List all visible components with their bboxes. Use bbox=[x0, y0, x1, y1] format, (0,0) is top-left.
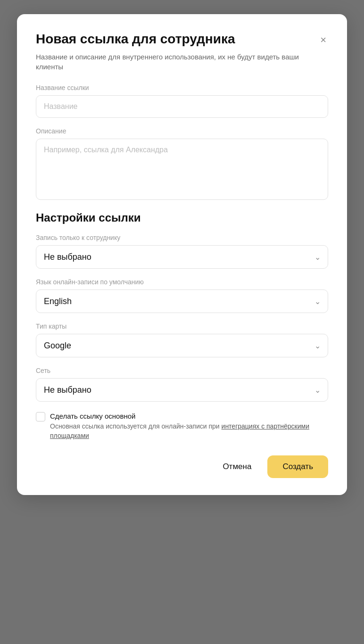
language-field-group: Язык онлайн-записи по умолчанию English … bbox=[36, 278, 328, 313]
settings-section-title: Настройки ссылки bbox=[36, 211, 328, 224]
modal-dialog: Новая ссылка для сотрудника × Название и… bbox=[17, 14, 347, 495]
modal-footer: Отмена Создать bbox=[36, 455, 328, 478]
map-label: Тип карты bbox=[36, 322, 328, 330]
employee-select-wrapper: Не выбрано ⌄ bbox=[36, 245, 328, 269]
modal-title: Новая ссылка для сотрудника bbox=[36, 31, 311, 47]
make-primary-checkbox[interactable] bbox=[36, 412, 45, 421]
language-select-wrapper: English Русский ⌄ bbox=[36, 289, 328, 313]
map-select[interactable]: Google Яндекс bbox=[36, 334, 328, 357]
checkbox-description: Основная ссылка используется для онлайн-… bbox=[50, 422, 328, 440]
name-input[interactable] bbox=[36, 95, 328, 118]
make-primary-group: Сделать ссылку основной Основная ссылка … bbox=[36, 411, 328, 440]
network-select-wrapper: Не выбрано ⌄ bbox=[36, 378, 328, 402]
network-select[interactable]: Не выбрано bbox=[36, 378, 328, 402]
description-field-group: Описание bbox=[36, 127, 328, 202]
name-label: Название ссылки bbox=[36, 84, 328, 91]
network-label: Сеть bbox=[36, 367, 328, 374]
close-button[interactable]: × bbox=[318, 33, 328, 47]
description-input[interactable] bbox=[36, 139, 328, 200]
employee-select[interactable]: Не выбрано bbox=[36, 245, 328, 269]
modal-header: Новая ссылка для сотрудника × bbox=[36, 31, 328, 47]
language-label: Язык онлайн-записи по умолчанию bbox=[36, 278, 328, 286]
create-button[interactable]: Создать bbox=[267, 455, 328, 478]
checkbox-label: Сделать ссылку основной bbox=[50, 412, 135, 420]
description-label: Описание bbox=[36, 127, 328, 135]
checkbox-label-group: Сделать ссылку основной Основная ссылка … bbox=[50, 411, 328, 440]
employee-label: Запись только к сотруднику bbox=[36, 234, 328, 241]
modal-subtitle: Название и описание для внутреннего испо… bbox=[36, 52, 328, 72]
map-field-group: Тип карты Google Яндекс ⌄ bbox=[36, 322, 328, 357]
checkbox-row: Сделать ссылку основной Основная ссылка … bbox=[36, 411, 328, 440]
employee-field-group: Запись только к сотруднику Не выбрано ⌄ bbox=[36, 234, 328, 269]
name-field-group: Название ссылки bbox=[36, 84, 328, 118]
network-field-group: Сеть Не выбрано ⌄ bbox=[36, 367, 328, 402]
map-select-wrapper: Google Яндекс ⌄ bbox=[36, 334, 328, 357]
cancel-button[interactable]: Отмена bbox=[213, 456, 261, 477]
language-select[interactable]: English Русский bbox=[36, 289, 328, 313]
